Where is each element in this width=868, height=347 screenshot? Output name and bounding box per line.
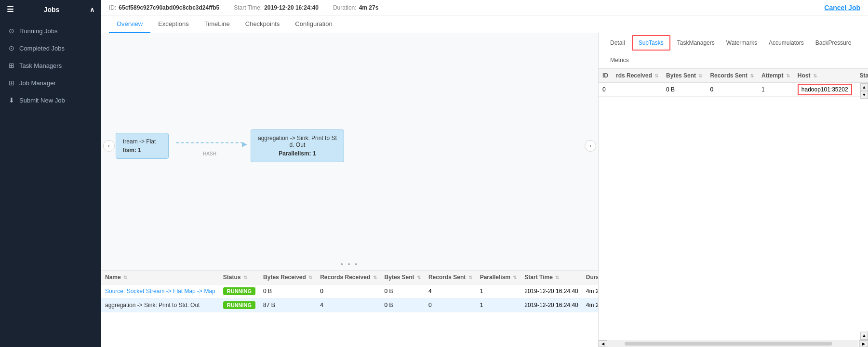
col-bytes-received[interactable]: Bytes Received ⇅ <box>259 270 316 284</box>
bottom-table-row[interactable]: Source: Socket Stream -> Flat Map -> Map… <box>101 284 598 298</box>
sidebar-collapse-icon[interactable]: ∧ <box>90 6 94 13</box>
bottom-table: Name ⇅ Status ⇅ Bytes Received ⇅ Records… <box>101 270 598 312</box>
bottom-table-panel: Name ⇅ Status ⇅ Bytes Received ⇅ Records… <box>101 270 598 347</box>
right-table-row[interactable]: 0 0 B 0 1 hadoop101:35202 2019-12-20 16:… <box>599 83 868 97</box>
sub-tab-backpressure[interactable]: BackPressure <box>810 35 857 51</box>
bottom-table-row[interactable]: aggregation -> Sink: Print to Std. Out R… <box>101 298 598 312</box>
sidebar-item-label: Completed Jobs <box>19 45 65 52</box>
node2-parallelism: Parallelism: 1 <box>258 150 337 157</box>
tab-checkpoints[interactable]: Checkpoints <box>238 15 288 33</box>
sidebar-nav: ⊙ Running Jobs ⊙ Completed Jobs ⊞ Task M… <box>0 19 101 347</box>
scroll-down-button[interactable]: ▼ <box>860 91 868 99</box>
col-status[interactable]: Status ⇅ <box>219 270 259 284</box>
sidebar-item-label: Running Jobs <box>19 27 58 35</box>
scroll-left-button[interactable]: ◀ <box>599 340 607 347</box>
node1-parallelism: lism: 1 <box>123 147 161 154</box>
panel-expand-right-icon[interactable]: › <box>585 140 596 152</box>
sub-tab-subtasks[interactable]: SubTasks <box>632 35 670 51</box>
bottom-table-header: Name ⇅ Status ⇅ Bytes Received ⇅ Records… <box>101 270 598 284</box>
duration-item: Duration: 4m 27s <box>333 4 378 11</box>
graph-panel: tream -> Flat lism: 1 ▶ HASH aggregation… <box>101 33 598 347</box>
content-area: tream -> Flat lism: 1 ▶ HASH aggregation… <box>101 33 868 347</box>
right-panel: Detail SubTasks TaskManagers Watermarks … <box>598 33 868 347</box>
right-table-wrap: ID rds Received ⇅ Bytes Sent ⇅ Records S… <box>599 69 868 347</box>
col-parallelism[interactable]: Parallelism ⇅ <box>476 270 521 284</box>
rt-col-start-time[interactable]: Start Time ⇅ <box>856 69 868 83</box>
cancel-job-button[interactable]: Cancel Job <box>824 4 860 12</box>
tab-exceptions[interactable]: Exceptions <box>150 15 197 33</box>
sidebar: ☰ Jobs ∧ ⊙ Running Jobs ⊙ Completed Jobs… <box>0 0 101 347</box>
sidebar-item-running-jobs[interactable]: ⊙ Running Jobs <box>0 22 101 39</box>
sub-tab-taskmanagers[interactable]: TaskManagers <box>671 35 721 51</box>
cell-bytes-received: 0 B <box>259 284 316 298</box>
job-id-item: ID: 65cf589c927c90abd09c8cbc3d24ffb5 <box>109 4 219 11</box>
col-duration[interactable]: Duration ⇅ <box>582 270 598 284</box>
cell-start-time: 2019-12-20 16:24:40 <box>521 298 582 312</box>
cell-status: RUNNING <box>219 284 259 298</box>
ellipsis-separator: • • • <box>101 258 598 270</box>
start-time-item: Start Time: 2019-12-20 16:24:40 <box>234 4 319 11</box>
rt-cell-records-sent: 0 <box>706 83 758 97</box>
cell-bytes-sent: 0 B <box>381 284 425 298</box>
tab-configuration[interactable]: Configuration <box>287 15 340 33</box>
panel-collapse-left-icon[interactable]: ‹ <box>103 140 115 152</box>
bottom-table-body: Source: Socket Stream -> Flat Map -> Map… <box>101 284 598 312</box>
cell-records-received: 0 <box>316 284 380 298</box>
rt-cell-bytes-sent: 0 B <box>662 83 706 97</box>
col-records-received[interactable]: Records Received ⇅ <box>316 270 380 284</box>
running-jobs-icon: ⊙ <box>9 27 14 35</box>
cell-status: RUNNING <box>219 298 259 312</box>
cell-parallelism: 1 <box>476 284 521 298</box>
sidebar-item-submit-new-job[interactable]: ⬇ Submit New Job <box>0 91 101 109</box>
cell-bytes-received: 87 B <box>259 298 316 312</box>
node1-title: tream -> Flat <box>123 138 161 145</box>
rt-col-records-received[interactable]: rds Received ⇅ <box>612 69 662 83</box>
completed-jobs-icon: ⊙ <box>9 44 14 52</box>
col-bytes-sent[interactable]: Bytes Sent ⇅ <box>381 270 425 284</box>
tab-overview[interactable]: Overview <box>109 15 150 33</box>
hash-label: HASH <box>203 151 216 156</box>
duration-label: Duration: <box>333 4 357 11</box>
sidebar-title: Jobs <box>44 6 60 13</box>
rt-col-attempt[interactable]: Attempt ⇅ <box>758 69 794 83</box>
col-start-time[interactable]: Start Time ⇅ <box>521 270 582 284</box>
node-box-1[interactable]: tream -> Flat lism: 1 <box>116 133 169 159</box>
sub-tab-accumulators[interactable]: Accumulators <box>763 35 810 51</box>
scroll-right-button[interactable]: ▶ <box>859 340 868 347</box>
rt-col-bytes-sent[interactable]: Bytes Sent ⇅ <box>662 69 706 83</box>
scroll-up-button[interactable]: ▲ <box>860 83 868 91</box>
cell-parallelism: 1 <box>476 298 521 312</box>
sidebar-item-completed-jobs[interactable]: ⊙ Completed Jobs <box>0 39 101 57</box>
node-box-2[interactable]: aggregation -> Sink: Print to Std. Out P… <box>251 129 344 162</box>
sidebar-item-label: Job Manager <box>19 79 56 87</box>
right-table-body: 0 0 B 0 1 hadoop101:35202 2019-12-20 16:… <box>599 83 868 97</box>
cell-records-sent: 4 <box>425 284 476 298</box>
start-time-value: 2019-12-20 16:24:40 <box>264 4 319 11</box>
scroll-bottom-up-button[interactable]: ▲ <box>860 332 868 339</box>
start-time-label: Start Time: <box>234 4 262 11</box>
job-id-value: 65cf589c927c90abd09c8cbc3d24ffb5 <box>119 4 219 11</box>
cell-duration: 4m 27s <box>582 298 598 312</box>
cell-records-received: 4 <box>316 298 380 312</box>
task-managers-icon: ⊞ <box>9 62 14 69</box>
rt-col-host[interactable]: Host ⇅ <box>794 69 856 83</box>
sub-tabs: Detail SubTasks TaskManagers Watermarks … <box>599 33 868 69</box>
main-tabs: Overview Exceptions TimeLine Checkpoints… <box>101 15 868 33</box>
sub-tab-detail[interactable]: Detail <box>604 35 631 51</box>
sidebar-item-job-manager[interactable]: ⊞ Job Manager <box>0 74 101 91</box>
rt-cell-attempt: 1 <box>758 83 794 97</box>
sub-tab-metrics[interactable]: Metrics <box>604 52 635 69</box>
rt-col-records-sent[interactable]: Records Sent ⇅ <box>706 69 758 83</box>
col-records-sent[interactable]: Records Sent ⇅ <box>425 270 476 284</box>
scroll-controls: ▲ ▼ <box>860 83 868 99</box>
rt-cell-records-received <box>612 83 662 97</box>
tab-timeline[interactable]: TimeLine <box>197 15 238 33</box>
sidebar-item-label: Submit New Job <box>19 97 65 104</box>
col-name[interactable]: Name ⇅ <box>101 270 219 284</box>
horizontal-scrollbar[interactable] <box>599 340 858 347</box>
menu-icon: ☰ <box>7 5 13 14</box>
cell-duration: 4m 27s <box>582 284 598 298</box>
sub-tab-watermarks[interactable]: Watermarks <box>721 35 763 51</box>
sidebar-item-task-managers[interactable]: ⊞ Task Managers <box>0 57 101 74</box>
node2-title: aggregation -> Sink: Print to Std. Out <box>258 135 337 148</box>
